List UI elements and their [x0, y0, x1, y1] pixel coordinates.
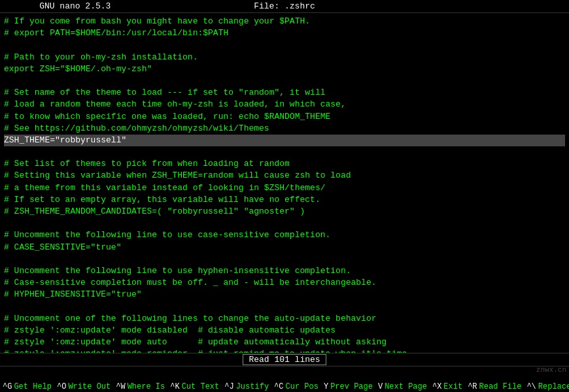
shortcut-item[interactable]: ^CCur Pos: [271, 382, 321, 392]
editor-line: # Uncomment one of the following lines t…: [4, 313, 565, 325]
editor-area[interactable]: # If you come from bash you might have t…: [0, 13, 569, 353]
editor-line: # Case-sensitive completion must be off.…: [4, 277, 565, 289]
editor-line: # If set to an empty array, this variabl…: [4, 194, 565, 206]
shortcut-row-2: ^XExit^RRead File^\Replace^UUncut Text^T…: [430, 382, 569, 392]
shortcut-label: Write Out: [68, 382, 111, 391]
editor-line: # Uncomment the following line to use hy…: [4, 265, 565, 277]
editor-line: # See https://github.com/ohmyzsh/ohmyzsh…: [4, 123, 565, 135]
shortcut-label: Cut Text: [182, 382, 220, 391]
shortcut-key: ^X: [432, 382, 441, 391]
editor-line: # zstyle ':omz:update' mode reminder # j…: [4, 348, 565, 353]
bottom-bar: ^GGet Help^OWrite Out^WWhere Is^KCut Tex…: [0, 380, 569, 392]
shortcut-label: Justify: [236, 382, 269, 391]
editor-line: [4, 75, 565, 87]
shortcut-bar: ^GGet Help^OWrite Out^WWhere Is^KCut Tex…: [0, 380, 569, 392]
shortcut-item[interactable]: ^GGet Help: [0, 382, 54, 392]
file-name: File: .zshrc: [145, 1, 424, 11]
editor-line: # Path to your oh-my-zsh installation.: [4, 52, 565, 63]
editor-line: [4, 39, 565, 51]
editor-line: [4, 218, 565, 229]
editor-line: # If you come from bash you might have t…: [4, 16, 565, 27]
title-bar: GNU nano 2.5.3 File: .zshrc: [0, 0, 569, 13]
editor-line: ZSH_THEME="robbyrussell": [4, 135, 565, 146]
editor-line: # zstyle ':omz:update' mode disabled # d…: [4, 325, 565, 336]
editor-line: # zstyle ':omz:update' mode auto # updat…: [4, 336, 565, 348]
status-bar: Read 101 lines: [0, 353, 569, 367]
shortcut-key: ^J: [224, 382, 233, 391]
shortcut-key: ^G: [3, 382, 12, 391]
status-message: Read 101 lines: [243, 354, 326, 365]
editor-line: [4, 146, 565, 158]
shortcut-item[interactable]: ^JJustify: [222, 382, 271, 392]
editor-line: # Uncomment the following line to use ca…: [4, 229, 565, 241]
editor-line: [4, 301, 565, 313]
shortcut-item[interactable]: YPrev Page: [321, 382, 375, 392]
shortcut-item[interactable]: ^WWhere Is: [113, 382, 167, 392]
editor-line: [4, 253, 565, 265]
editor-line: # Setting this variable when ZSH_THEME=r…: [4, 170, 565, 182]
shortcut-item[interactable]: ^XExit: [430, 382, 465, 392]
shortcut-label: Next Page: [385, 382, 427, 391]
editor-line: # to know which specific one was loaded,…: [4, 111, 565, 123]
shortcut-label: Prev Page: [330, 382, 373, 391]
shortcut-label: Where Is: [128, 382, 165, 391]
shortcut-label: Exit: [443, 382, 462, 391]
shortcut-label: Replace: [538, 382, 569, 391]
shortcut-item[interactable]: ^RRead File: [465, 382, 524, 392]
shortcut-item[interactable]: ^OWrite Out: [54, 382, 113, 392]
shortcut-item[interactable]: ^\Replace: [524, 382, 569, 392]
shortcut-label: Get Help: [14, 382, 52, 391]
editor-line: # a theme from this variable instead of …: [4, 182, 565, 194]
shortcut-label: Read File: [479, 382, 522, 391]
shortcut-key: ^R: [468, 382, 477, 391]
shortcut-key: V: [378, 382, 383, 391]
shortcut-row-1: ^GGet Help^OWrite Out^WWhere Is^KCut Tex…: [0, 382, 430, 392]
shortcut-label: Cur Pos: [286, 382, 319, 391]
app-name: GNU nano 2.5.3: [5, 1, 145, 11]
editor-line: # export PATH=$HOME/bin:/usr/local/bin:$…: [4, 27, 565, 39]
editor-line: # Set list of themes to pick from when l…: [4, 158, 565, 170]
shortcut-key: ^K: [170, 382, 179, 391]
editor-line: # load a random theme each time oh-my-zs…: [4, 99, 565, 110]
editor-line: export ZSH="$HOME/.oh-my-zsh": [4, 63, 565, 75]
shortcut-item[interactable]: VNext Page: [375, 382, 430, 392]
watermark: znwx.cn: [536, 366, 566, 374]
editor-line: # ZSH_THEME_RANDOM_CANDIDATES=( "robbyru…: [4, 206, 565, 218]
shortcut-key: Y: [324, 382, 328, 391]
editor-line: # HYPHEN_INSENSITIVE="true": [4, 289, 565, 301]
editor-line: # CASE_SENSITIVE="true": [4, 242, 565, 253]
shortcut-key: ^O: [57, 382, 66, 391]
shortcut-key: ^C: [274, 382, 283, 391]
shortcut-key: ^\: [526, 382, 536, 391]
editor-line: # Set name of the theme to load --- if s…: [4, 87, 565, 99]
shortcut-item[interactable]: ^KCut Text: [167, 382, 222, 392]
shortcut-key: ^W: [116, 382, 125, 391]
